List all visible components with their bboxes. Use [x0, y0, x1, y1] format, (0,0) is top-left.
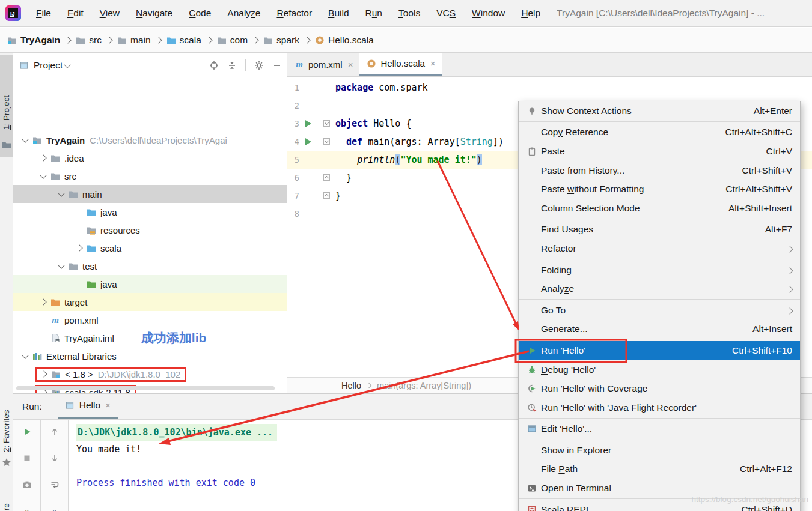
tool-stripe-project[interactable]: 1: Project	[0, 55, 13, 157]
menu-window[interactable]: Window	[464, 5, 513, 21]
star-icon	[2, 458, 11, 467]
settings-gear-icon[interactable]	[254, 61, 264, 70]
menu-item-label: Folding	[541, 265, 572, 276]
rerun-play-icon[interactable]	[22, 427, 32, 437]
up-arrow-icon[interactable]	[50, 427, 60, 437]
breadcrumb-main[interactable]: main	[117, 35, 151, 46]
menu-item-run-hello-with-java-flight-recorder[interactable]: Run 'Hello' with 'Java Flight Recorder'	[519, 398, 800, 417]
menu-item-show-context-actions[interactable]: Show Context ActionsAlt+Enter	[519, 101, 800, 121]
menu-item-open-in-terminal[interactable]: Open in Terminal	[519, 479, 800, 498]
tree-item-1-8[interactable]: < 1.8 >D:\JDK\jdk1.8.0_102	[13, 365, 287, 383]
menu-item-paste-without-formatting[interactable]: Paste without FormattingCtrl+Alt+Shift+V	[519, 180, 800, 199]
tool-stripe-favorites[interactable]: 2: Favorites	[0, 335, 13, 479]
menu-item-refactor[interactable]: Refactor	[519, 239, 800, 258]
fold-marker-icon[interactable]	[323, 192, 330, 199]
tree-item-external-libraries[interactable]: External Libraries	[13, 347, 287, 365]
menu-analyze[interactable]: Analyze	[219, 5, 268, 21]
menu-code[interactable]: Code	[181, 5, 219, 21]
breadcrumb-spark[interactable]: spark	[263, 35, 299, 46]
menu-item-folding[interactable]: Folding	[519, 261, 800, 280]
tree-item-target[interactable]: target	[13, 293, 287, 311]
tree-item-tryagain[interactable]: TryAgainC:\Users\dell\IdeaProjects\TryAg…	[13, 131, 287, 149]
locate-icon[interactable]	[209, 61, 219, 70]
tree-item-test[interactable]: test	[13, 257, 287, 275]
menu-vcs[interactable]: VCS	[429, 5, 463, 21]
editor-tab-hello-scala[interactable]: Hello.scala ×	[359, 53, 442, 76]
menu-item-find-usages[interactable]: Find UsagesAlt+F7	[519, 220, 800, 240]
menu-item-file-path[interactable]: File PathCtrl+Alt+F12	[519, 460, 800, 479]
menu-item-run-hello[interactable]: Run 'Hello'Ctrl+Shift+F10	[519, 341, 800, 360]
menu-item-run-hello-with-coverage[interactable]: Run 'Hello' with Coverage	[519, 379, 800, 398]
chevron-down-icon[interactable]	[64, 61, 71, 68]
tree-item-src[interactable]: src	[13, 167, 287, 185]
breadcrumb-src[interactable]: src	[76, 35, 102, 46]
tree-item-scala[interactable]: scala	[13, 239, 287, 257]
menu-refactor[interactable]: Refactor	[269, 5, 320, 21]
tree-item-main[interactable]: main	[13, 185, 287, 203]
tree-chevron-open-icon[interactable]	[54, 265, 69, 268]
menu-item-paste[interactable]: PasteCtrl+V	[519, 142, 800, 161]
tree-item-java[interactable]: java	[13, 203, 287, 221]
menu-file[interactable]: File	[28, 5, 59, 21]
menu-item-show-in-explorer[interactable]: Show in Explorer	[519, 441, 800, 460]
close-icon[interactable]: ×	[348, 59, 353, 70]
editor-tab-pom-xml[interactable]: m pom.xml ×	[287, 53, 359, 76]
folder-project-icon	[32, 135, 42, 145]
menu-item-generate[interactable]: Generate...Alt+Insert	[519, 320, 800, 339]
menu-item-debug-hello[interactable]: Debug 'Hello'	[519, 360, 800, 379]
tree-chevron-open-icon[interactable]	[36, 175, 50, 178]
more-chevrons-icon[interactable]: »	[22, 506, 32, 511]
down-arrow-icon[interactable]	[50, 453, 60, 463]
run-gutter-icon[interactable]	[305, 120, 311, 127]
run-gutter-icon[interactable]	[305, 138, 311, 145]
close-icon[interactable]: ×	[430, 58, 436, 68]
tool-stripe-structure[interactable]: 7: Structure	[0, 482, 13, 511]
menu-navigate[interactable]: Navigate	[128, 5, 180, 21]
breadcrumb-tryagain[interactable]: TryAgain	[7, 35, 60, 46]
project-panel-title[interactable]: Project	[34, 60, 63, 71]
menu-item-analyze[interactable]: Analyze	[519, 279, 800, 298]
menu-item-scala-repl[interactable]: Scala REPLCtrl+Shift+D	[519, 500, 800, 511]
menu-help[interactable]: Help	[513, 5, 548, 21]
tree-chevron-open-icon[interactable]	[18, 355, 32, 358]
tree-item-tryagain-iml[interactable]: TryAgain.iml成功添加lib	[13, 329, 287, 347]
menu-build[interactable]: Build	[320, 5, 356, 21]
breadcrumb-scala[interactable]: scala	[166, 35, 201, 46]
tree-chevron-open-icon[interactable]	[54, 193, 69, 196]
breadcrumb-com[interactable]: com	[217, 35, 248, 46]
breadcrumb-class[interactable]: Hello	[341, 381, 361, 390]
fold-marker-icon[interactable]	[323, 138, 330, 145]
breadcrumb-member[interactable]: main(args: Array[String])	[377, 381, 471, 390]
menu-view[interactable]: View	[92, 5, 127, 21]
tree-item-pom-xml[interactable]: mpom.xml	[13, 311, 287, 329]
collapse-all-icon[interactable]	[227, 61, 237, 70]
more-chevrons-icon[interactable]: »	[50, 506, 60, 511]
stop-icon[interactable]	[22, 453, 32, 463]
tree-chevron-closed-icon[interactable]	[36, 300, 50, 304]
tree-item-idea[interactable]: .idea	[13, 149, 287, 167]
tree-chevron-open-icon[interactable]	[18, 139, 32, 142]
menu-item-edit-hello[interactable]: Edit 'Hello'...	[519, 420, 800, 439]
tree-item-resources[interactable]: resources	[13, 221, 287, 239]
menu-tools[interactable]: Tools	[391, 5, 428, 21]
menu-item-go-to[interactable]: Go To	[519, 301, 800, 320]
run-tab-hello[interactable]: Hello ×	[58, 394, 118, 419]
menu-item-label: Run 'Hello' with Coverage	[541, 383, 647, 394]
menu-item-paste-from-history[interactable]: Paste from History...Ctrl+Shift+V	[519, 161, 800, 180]
menu-item-copy-reference[interactable]: Copy ReferenceCtrl+Alt+Shift+C	[519, 123, 800, 142]
tree-item-java[interactable]: java	[13, 275, 287, 293]
camera-icon[interactable]	[22, 480, 32, 489]
menu-item-column-selection-mode[interactable]: Column Selection ModeAlt+Shift+Insert	[519, 199, 800, 218]
hide-icon[interactable]	[272, 61, 282, 70]
horizontal-scrollbar[interactable]	[16, 386, 275, 390]
tree-chevron-closed-icon[interactable]	[72, 246, 87, 250]
fold-marker-icon[interactable]	[323, 174, 330, 181]
menu-run[interactable]: Run	[358, 5, 390, 21]
menu-edit[interactable]: Edit	[60, 5, 91, 21]
breadcrumb-hello-scala[interactable]: Hello.scala	[315, 35, 374, 46]
tree-chevron-closed-icon[interactable]	[36, 156, 50, 160]
soft-wrap-icon[interactable]	[50, 480, 60, 489]
close-icon[interactable]: ×	[105, 400, 111, 411]
tree-chevron-closed-icon[interactable]	[37, 372, 51, 376]
fold-marker-icon[interactable]	[323, 120, 330, 127]
